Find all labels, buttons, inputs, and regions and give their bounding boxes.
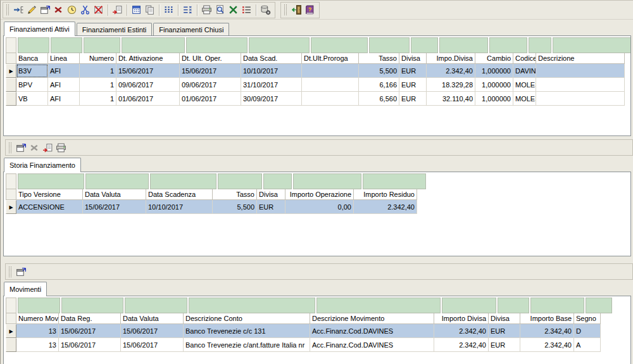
clock-icon[interactable] xyxy=(65,3,78,16)
row-selector[interactable]: ▶ xyxy=(6,64,16,78)
toolbar-gripper[interactable] xyxy=(9,142,11,153)
grid-cell[interactable]: MOLES xyxy=(513,78,536,92)
tab-finanziamenti-estinti[interactable]: Finanziamenti Estinti xyxy=(77,23,153,35)
grid-cell[interactable] xyxy=(302,78,359,92)
edit-icon[interactable] xyxy=(25,3,39,16)
grid-cell[interactable]: 15/06/2017 xyxy=(59,338,121,352)
grid-cell[interactable]: 1,000000 xyxy=(475,64,513,78)
column-header[interactable]: Descrizione xyxy=(536,53,625,64)
grid-cell[interactable]: 10/10/2017 xyxy=(146,200,213,214)
grid-cell[interactable]: 2.342,40 xyxy=(520,324,574,338)
column-header[interactable]: Dt. Attivazione xyxy=(116,53,180,64)
column-header[interactable]: Divisa xyxy=(257,189,285,200)
column-header[interactable]: Segno xyxy=(574,313,601,324)
grid-cell[interactable] xyxy=(536,64,625,78)
grid-cell[interactable]: A xyxy=(574,338,601,352)
row-selector[interactable] xyxy=(6,78,16,92)
grid-cell[interactable]: 15/06/2017 xyxy=(83,200,146,214)
print-icon[interactable] xyxy=(200,3,213,16)
row-selector[interactable]: ▶ xyxy=(6,200,16,214)
grid-cell[interactable]: 09/06/2017 xyxy=(180,78,241,92)
list-x-icon[interactable] xyxy=(181,3,194,16)
grid-cell[interactable]: 0,00 xyxy=(285,200,354,214)
grid-cell[interactable] xyxy=(302,64,359,78)
grid-cell[interactable] xyxy=(302,92,359,106)
grid-cell[interactable]: DAVINE xyxy=(513,64,536,78)
column-header[interactable]: Tipo Versione xyxy=(16,189,83,200)
properties-icon[interactable] xyxy=(15,141,28,154)
cut-icon[interactable] xyxy=(78,3,92,16)
grid-cell[interactable]: EUR xyxy=(399,64,427,78)
grid-cell[interactable]: 6,560 xyxy=(359,92,399,106)
data-settings-icon[interactable] xyxy=(259,3,272,16)
grid-cell[interactable]: 2.342,40 xyxy=(520,338,574,352)
grid-cell[interactable]: 1 xyxy=(80,64,116,78)
grid-cell[interactable]: B3V xyxy=(16,64,48,78)
column-header[interactable]: Dt.Ult.Proroga xyxy=(302,53,359,64)
properties-icon[interactable] xyxy=(39,3,52,16)
excel-icon[interactable] xyxy=(227,3,240,16)
grid-cell[interactable]: 01/06/2017 xyxy=(180,92,241,106)
help-book-icon[interactable] xyxy=(303,3,316,16)
grid-cell[interactable]: 15/06/2017 xyxy=(59,324,121,338)
grid-cell[interactable]: 13 xyxy=(16,338,59,352)
grid-cell[interactable]: EUR xyxy=(399,92,427,106)
grid-cell[interactable]: 5,500 xyxy=(213,200,257,214)
toolbar-gripper[interactable] xyxy=(6,4,9,15)
grid-cell[interactable]: 09/06/2017 xyxy=(116,78,180,92)
import-row-icon[interactable] xyxy=(111,3,124,16)
open-detail-icon[interactable] xyxy=(12,3,25,16)
grid-cell[interactable]: Banco Trevenezie c/ant.fatture Italia nr xyxy=(184,338,310,352)
columns-icon[interactable] xyxy=(162,3,175,16)
grid-cell[interactable]: EUR xyxy=(257,200,285,214)
grid-cell[interactable]: 18.329,28 xyxy=(427,78,475,92)
copy-icon[interactable] xyxy=(143,3,156,16)
column-header[interactable]: Banca xyxy=(16,53,48,64)
toolbar-gripper[interactable] xyxy=(9,267,11,277)
column-header[interactable]: Numero Mov. xyxy=(16,313,59,324)
grid-cell[interactable]: 15/06/2017 xyxy=(121,324,184,338)
grid-cell[interactable] xyxy=(536,92,625,106)
column-header[interactable]: Dt. Ult. Oper. xyxy=(180,53,241,64)
grid-cell[interactable]: 2.342,40 xyxy=(354,200,417,214)
column-header[interactable]: Impo.Divisa xyxy=(427,53,475,64)
grid-cell[interactable]: 1,000000 xyxy=(475,78,513,92)
column-header[interactable]: Descrizione Movimento xyxy=(310,313,434,324)
column-header[interactable]: Cambio xyxy=(475,53,513,64)
grid-cell[interactable]: 1 xyxy=(80,78,116,92)
tab-finanziamenti-attivi[interactable]: Finanziamenti Attivi xyxy=(4,22,75,36)
grid-cell[interactable]: EUR xyxy=(399,78,427,92)
grid-cell[interactable]: 2.342,40 xyxy=(434,324,489,338)
grid-cell[interactable]: Acc.Finanz.Cod.DAVINES xyxy=(310,338,434,352)
grid-cell[interactable]: 6,166 xyxy=(359,78,399,92)
grid-cell[interactable]: 1 xyxy=(80,92,116,106)
column-header[interactable]: Importo Divisa xyxy=(434,313,489,324)
column-header[interactable]: Data Valuta xyxy=(83,189,146,200)
column-header[interactable]: Codice xyxy=(513,53,536,64)
import-row-icon[interactable] xyxy=(41,141,54,154)
grid-cell[interactable]: BPV xyxy=(16,78,48,92)
grid-cell[interactable]: 15/06/2017 xyxy=(116,64,180,78)
column-header[interactable]: Data Scad. xyxy=(241,53,302,64)
grid-cell[interactable]: AFI xyxy=(48,64,80,78)
calendar-icon[interactable] xyxy=(130,3,143,16)
grid-cell[interactable]: 15/06/2017 xyxy=(121,338,184,352)
grid-cell[interactable]: 31/10/2017 xyxy=(241,78,302,92)
grid-cell[interactable]: 13 xyxy=(16,324,59,338)
grid-cell[interactable]: VB xyxy=(16,92,48,106)
column-header[interactable]: Divisa xyxy=(489,313,520,324)
grid-cell[interactable]: 15/06/2017 xyxy=(180,64,241,78)
grid-cell[interactable]: AFI xyxy=(48,92,80,106)
column-header[interactable]: Importo Base xyxy=(520,313,574,324)
grid-cell[interactable]: 2.342,40 xyxy=(427,64,475,78)
grid-cell[interactable]: 5,500 xyxy=(359,64,399,78)
grid-cell[interactable]: 10/10/2017 xyxy=(241,64,302,78)
column-header[interactable]: Importo Operazione xyxy=(285,189,354,200)
properties-icon[interactable] xyxy=(15,265,28,279)
column-header[interactable]: Linea xyxy=(48,53,80,64)
grid-cell[interactable]: 30/09/2017 xyxy=(241,92,302,106)
delete-icon[interactable] xyxy=(52,3,65,16)
grid-cell[interactable]: D xyxy=(574,324,601,338)
grid-cell[interactable]: EUR xyxy=(489,324,520,338)
grid-cell[interactable]: 01/06/2017 xyxy=(116,92,180,106)
